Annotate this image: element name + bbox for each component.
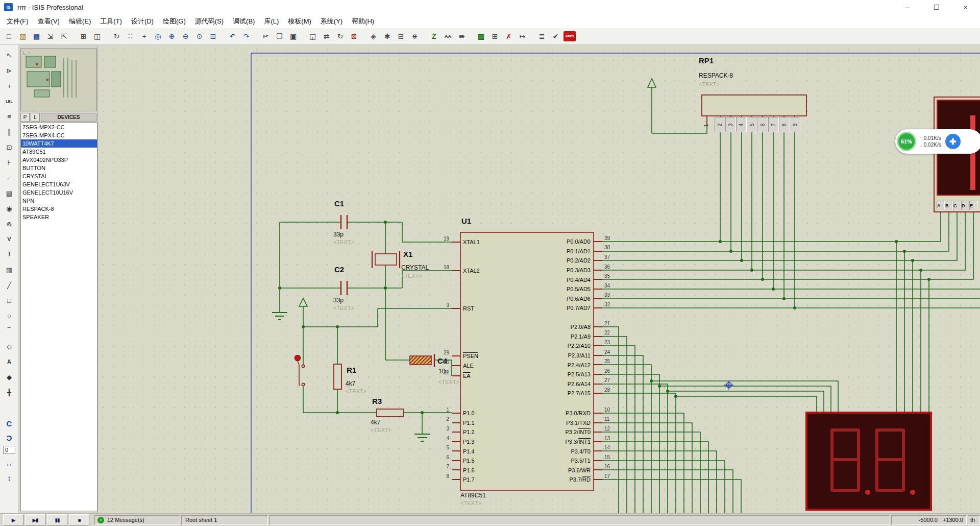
junction-dot-mode[interactable]: + xyxy=(2,79,16,92)
pick-devices-button[interactable]: P xyxy=(20,113,30,122)
copy[interactable]: ❐ xyxy=(273,30,286,43)
stop-button[interactable]: ■ xyxy=(69,514,89,525)
generator-mode[interactable]: ⊚ xyxy=(2,217,16,230)
p0-wires[interactable] xyxy=(602,212,980,413)
block-move[interactable]: ⇄ xyxy=(320,30,333,43)
wire-autorouter[interactable]: Z xyxy=(427,30,441,43)
xtal-reset-wires[interactable] xyxy=(280,222,452,434)
device-list-item[interactable]: GENELECT10U16V xyxy=(21,188,97,197)
toggle-false-origin[interactable]: + xyxy=(137,30,151,43)
make-device[interactable]: ✱ xyxy=(380,30,394,43)
packaging-tool[interactable]: ⊟ xyxy=(394,30,408,43)
2d-box-mode[interactable]: □ xyxy=(2,294,16,307)
design-explorer[interactable]: ▥ xyxy=(474,30,488,43)
search-and-tag[interactable]: AA xyxy=(441,30,455,43)
power-terminal-rp1[interactable] xyxy=(648,79,656,87)
paste[interactable]: ▣ xyxy=(286,30,300,43)
property-assignment-tool[interactable]: ⇛ xyxy=(455,30,469,43)
device-list-item[interactable]: RESPACK-8 xyxy=(21,205,97,213)
c1-capacitor[interactable] xyxy=(341,215,347,229)
seven-seg-display-top[interactable] xyxy=(934,97,980,212)
new-root-sheet[interactable]: ⊞ xyxy=(488,30,502,43)
2d-symbol-mode[interactable]: ◆ xyxy=(2,370,16,384)
component-mode[interactable]: ⊳ xyxy=(2,64,16,77)
electrical-rules-check[interactable]: ✔ xyxy=(549,30,562,43)
pick-parts[interactable]: ◈ xyxy=(366,30,380,43)
rotate-clockwise-button[interactable]: C xyxy=(3,417,16,429)
menu-item[interactable]: 编辑(E) xyxy=(64,15,95,28)
device-list-item[interactable]: 7SEG-MPX2-CC xyxy=(21,123,97,131)
open-design[interactable]: ▧ xyxy=(16,30,30,43)
library-manager-button[interactable]: L xyxy=(31,113,40,122)
import-section[interactable]: ⇲ xyxy=(43,30,57,43)
zoom-out[interactable]: ⊖ xyxy=(179,30,192,43)
2d-line-mode[interactable]: ╱ xyxy=(2,278,16,292)
block-copy[interactable]: ◱ xyxy=(306,30,320,43)
new-design[interactable]: □ xyxy=(2,30,16,43)
power-terminal-reset[interactable] xyxy=(299,298,307,306)
netlist-to-ares[interactable]: ARES xyxy=(564,31,576,41)
seven-seg-display-bottom[interactable] xyxy=(806,413,931,510)
x1-crystal[interactable] xyxy=(372,251,400,268)
block-delete[interactable]: ⊠ xyxy=(347,30,361,43)
c2-capacitor[interactable] xyxy=(341,281,347,295)
device-list-item[interactable]: 10WATT4K7 xyxy=(21,139,97,148)
ground-symbols[interactable] xyxy=(272,313,430,441)
2d-marker-mode[interactable]: ╋ xyxy=(2,386,16,399)
menu-item[interactable]: 查看(V) xyxy=(33,15,64,28)
menu-item[interactable]: 调试(B) xyxy=(228,15,259,28)
center-at-cursor[interactable]: ◎ xyxy=(151,30,165,43)
message-status[interactable]: i 12 Message(s) xyxy=(94,515,180,525)
menu-item[interactable]: 工具(T) xyxy=(95,15,127,28)
minimize-button[interactable]: – xyxy=(893,0,922,14)
menu-item[interactable]: 源代码(S) xyxy=(190,15,228,28)
selection-mode[interactable]: ↖ xyxy=(2,49,16,62)
2d-path-mode[interactable]: ◇ xyxy=(2,340,16,353)
wire-label-mode[interactable]: LBL xyxy=(2,94,16,108)
redo[interactable]: ↷ xyxy=(239,30,253,43)
mark-output-area[interactable]: ◫ xyxy=(90,30,104,43)
zoom-to-area[interactable]: ⊡ xyxy=(206,30,220,43)
menu-item[interactable]: 库(L) xyxy=(259,15,283,28)
plus-icon[interactable]: ✚ xyxy=(945,134,961,149)
device-list-item[interactable]: CRYSTAL xyxy=(21,172,97,180)
device-pins-mode[interactable]: ⌐ xyxy=(2,171,16,184)
menu-item[interactable]: 系统(Y) xyxy=(316,15,347,28)
mirror-horizontal-button[interactable]: ↔ xyxy=(3,457,16,469)
tape-recorder-mode[interactable]: ◉ xyxy=(2,202,16,215)
graph-mode[interactable]: ▤ xyxy=(2,186,16,200)
text-script-mode[interactable]: ≡ xyxy=(2,110,16,123)
r3-resistor[interactable] xyxy=(377,409,403,417)
current-probe-mode[interactable]: I xyxy=(2,248,16,261)
2d-text-mode[interactable]: A xyxy=(2,355,16,368)
menu-item[interactable]: 绘图(G) xyxy=(158,15,190,28)
display-select-wires[interactable] xyxy=(651,381,838,413)
refresh-display[interactable]: ↻ xyxy=(110,30,124,43)
terminals-mode[interactable]: ⊦ xyxy=(2,156,16,169)
toggle-grid[interactable]: ∷ xyxy=(124,30,137,43)
rotation-angle-input[interactable]: 0 xyxy=(3,446,15,454)
step-button[interactable]: ▶▮ xyxy=(25,514,45,525)
remove-current-sheet[interactable]: ✗ xyxy=(502,30,516,43)
undo[interactable]: ↶ xyxy=(226,30,239,43)
overview-thumbnail[interactable]: L L xyxy=(20,49,97,111)
block-rotate[interactable]: ↻ xyxy=(333,30,347,43)
menu-item[interactable]: 帮助(H) xyxy=(347,15,379,28)
net-speed-overlay[interactable]: 61% ↑ 0.01K/s ↓ 0.02K/s ✚ xyxy=(895,129,980,154)
voltage-probe-mode[interactable]: V xyxy=(2,232,16,246)
mirror-vertical-button[interactable]: ↕ xyxy=(3,471,16,484)
device-list-item[interactable]: 7SEG-MPX4-CC xyxy=(21,131,97,139)
virtual-instruments-mode[interactable]: ▥ xyxy=(2,263,16,276)
r1-resistor[interactable] xyxy=(334,364,341,389)
maximize-button[interactable]: ☐ xyxy=(922,0,951,14)
export-section[interactable]: ⇱ xyxy=(57,30,71,43)
device-list-item[interactable]: BUTTON xyxy=(21,164,97,172)
menu-item[interactable]: 模板(M) xyxy=(283,15,316,28)
close-button[interactable]: × xyxy=(951,0,980,14)
play-button[interactable]: ▶ xyxy=(3,514,23,525)
pause-button[interactable]: ▮▮ xyxy=(47,514,67,525)
goto-sheet[interactable]: ↦ xyxy=(516,30,529,43)
subcircuit-mode[interactable]: ⊡ xyxy=(2,140,16,154)
menu-item[interactable]: 文件(F) xyxy=(2,15,33,28)
save-design[interactable]: ▦ xyxy=(30,30,43,43)
